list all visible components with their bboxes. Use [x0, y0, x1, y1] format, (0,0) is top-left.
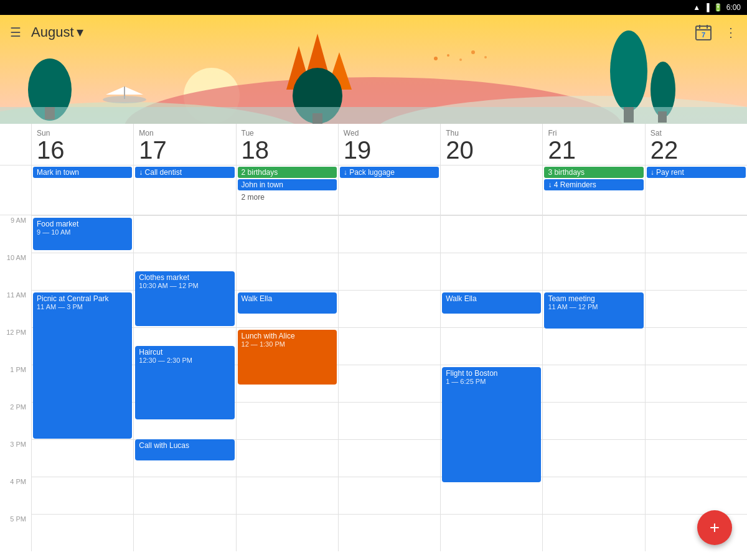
- food-market-event[interactable]: Food market 9 — 10 AM: [33, 218, 132, 250]
- sun-col: Food market 9 — 10 AM Picnic at Central …: [31, 215, 133, 551]
- header-actions: 7 ⋮: [692, 21, 737, 44]
- dropdown-icon: ▾: [77, 24, 83, 40]
- day-header-wed: Wed 19: [338, 124, 440, 165]
- time-grid-wrapper[interactable]: 9 AM 10 AM 11 AM 12 PM 1 PM 2 PM 3 PM 4 …: [0, 215, 747, 560]
- haircut-event[interactable]: Haircut 12:30 — 2:30 PM: [135, 346, 234, 419]
- svg-point-27: [459, 58, 462, 61]
- time-grid: 9 AM 10 AM 11 AM 12 PM 1 PM 2 PM 3 PM 4 …: [0, 215, 747, 551]
- time-labels: 9 AM 10 AM 11 AM 12 PM 1 PM 2 PM 3 PM 4 …: [0, 215, 31, 551]
- wed-all-day-events: ↓ Pack luggage: [338, 166, 440, 215]
- header-bar: ☰ August ▾ 7 ⋮: [0, 15, 747, 50]
- svg-point-26: [447, 54, 449, 57]
- calendar-today-button[interactable]: 7: [692, 21, 715, 44]
- mon-all-day-events: ↓ Call dentist: [133, 166, 235, 215]
- day-num-sat: 22: [651, 138, 745, 162]
- 2-birthdays-event[interactable]: 2 birthdays: [238, 167, 337, 178]
- thu-all-day-events: [440, 166, 542, 215]
- time-label-2pm: 2 PM: [0, 402, 31, 439]
- battery-icon: 🔋: [713, 3, 723, 12]
- sat-col: [645, 215, 747, 551]
- menu-icon[interactable]: ☰: [10, 25, 21, 40]
- time-label-12pm: 12 PM: [0, 327, 31, 365]
- svg-point-28: [471, 50, 475, 54]
- time-label-4pm: 4 PM: [0, 477, 31, 514]
- events-time-col: [0, 166, 31, 215]
- wifi-icon: ▲: [693, 3, 700, 12]
- time-label-11am: 11 AM: [0, 290, 31, 327]
- sat-all-day-events: ↓ Pay rent: [645, 166, 747, 215]
- day-num-tue: 18: [242, 138, 336, 162]
- john-in-town-event[interactable]: John in town: [238, 179, 337, 190]
- fri-col: Team meeting 11 AM — 12 PM: [542, 215, 644, 551]
- clothes-market-event[interactable]: Clothes market 10:30 AM — 12 PM: [135, 271, 234, 326]
- time-label-5pm: 5 PM: [0, 514, 31, 551]
- day-num-fri: 21: [548, 138, 642, 162]
- day-header-mon: Mon 17: [133, 124, 235, 165]
- call-lucas-event[interactable]: Call with Lucas: [135, 439, 234, 460]
- 3-birthdays-event[interactable]: 3 birthdays: [544, 167, 643, 178]
- calendar-icon: 7: [695, 24, 712, 41]
- day-num-thu: 20: [446, 138, 540, 162]
- time-label-3pm: 3 PM: [0, 439, 31, 477]
- pack-luggage-event[interactable]: ↓ Pack luggage: [340, 167, 439, 178]
- svg-rect-24: [0, 107, 747, 124]
- picnic-event[interactable]: Picnic at Central Park 11 AM — 3 PM: [33, 292, 132, 439]
- 2-more-link[interactable]: 2 more: [238, 192, 337, 203]
- more-options-icon[interactable]: ⋮: [725, 25, 737, 40]
- svg-point-15: [103, 96, 146, 103]
- add-event-fab[interactable]: +: [697, 510, 732, 545]
- status-bar: ▲ ▐ 🔋 6:00: [0, 0, 747, 15]
- pay-rent-event[interactable]: ↓ Pay rent: [647, 167, 746, 178]
- sun-all-day-events: Mark in town: [31, 166, 133, 215]
- day-headers: Sun 16 Mon 17 Tue 18 Wed 19 Thu 20 Fri 2…: [0, 124, 747, 166]
- lunch-alice-event[interactable]: Lunch with Alice 12 — 1:30 PM: [238, 330, 337, 385]
- svg-point-29: [484, 56, 487, 58]
- calendar-container: Sun 16 Mon 17 Tue 18 Wed 19 Thu 20 Fri 2…: [0, 124, 747, 560]
- day-header-sun: Sun 16: [31, 124, 133, 165]
- svg-text:7: 7: [702, 31, 705, 39]
- time-label-9am: 9 AM: [0, 215, 31, 253]
- signal-icon: ▐: [704, 3, 710, 12]
- time-label-1pm: 1 PM: [0, 365, 31, 402]
- 4-reminders-event[interactable]: ↓ 4 Reminders: [544, 179, 643, 190]
- call-dentist-event[interactable]: ↓ Call dentist: [135, 167, 234, 178]
- day-num-wed: 19: [344, 138, 438, 162]
- day-header-tue: Tue 18: [236, 124, 338, 165]
- month-title-button[interactable]: August ▾: [31, 24, 83, 40]
- svg-point-25: [434, 57, 438, 60]
- team-meeting-event[interactable]: Team meeting 11 AM — 12 PM: [544, 292, 643, 329]
- fri-all-day-events: 3 birthdays ↓ 4 Reminders: [542, 166, 644, 215]
- day-num-sun: 16: [37, 138, 131, 162]
- tue-col: Walk Ella Lunch with Alice 12 — 1:30 PM: [236, 215, 338, 551]
- tue-all-day-events: 2 birthdays John in town 2 more: [236, 166, 338, 215]
- header: ☰ August ▾ 7 ⋮: [0, 15, 747, 124]
- day-header-sat: Sat 22: [645, 124, 747, 165]
- day-header-thu: Thu 20: [440, 124, 542, 165]
- mon-col: Clothes market 10:30 AM — 12 PM Haircut …: [133, 215, 235, 551]
- time-label-10am: 10 AM: [0, 253, 31, 290]
- day-header-fri: Fri 21: [542, 124, 644, 165]
- thu-col: Walk Ella Flight to Boston 1 — 6:25 PM: [440, 215, 542, 551]
- all-day-events-row: Mark in town ↓ Call dentist 2 birthdays …: [0, 166, 747, 215]
- mark-in-town-event[interactable]: Mark in town: [33, 167, 132, 178]
- walk-ella-thu-event[interactable]: Walk Ella: [442, 292, 541, 314]
- day-num-mon: 17: [139, 138, 233, 162]
- status-time: 6:00: [726, 3, 741, 12]
- wed-col: [338, 215, 440, 551]
- month-label: August: [31, 24, 74, 40]
- walk-ella-tue-event[interactable]: Walk Ella: [238, 292, 337, 314]
- time-col-header: [0, 124, 31, 165]
- flight-boston-event[interactable]: Flight to Boston 1 — 6:25 PM: [442, 367, 541, 482]
